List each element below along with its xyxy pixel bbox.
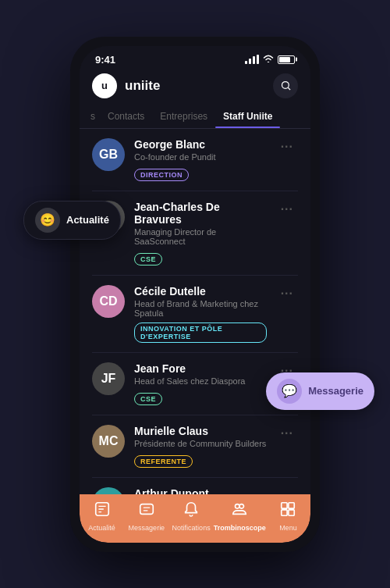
svg-point-7 (236, 504, 240, 508)
app-logo: u (92, 73, 117, 98)
battery-icon (278, 55, 295, 64)
list-item: CD Cécile Dutelle Head of Brand & Market… (80, 276, 310, 352)
list-item: GB George Blanc Co-founder de Pundit DIR… (80, 129, 310, 191)
contact-role: Managing Director de SaaSconnect (134, 227, 267, 246)
contacts-list: GB George Blanc Co-founder de Pundit DIR… (80, 129, 310, 494)
signal-icon (245, 55, 259, 64)
svg-rect-12 (289, 509, 294, 515)
nav-label-messagerie: Messagerie (129, 524, 165, 532)
contact-role: Co-founder de Pundit (134, 152, 267, 162)
avatar: CD (92, 285, 125, 318)
svg-point-8 (239, 504, 244, 508)
menu-icon (279, 501, 296, 522)
nav-item-trombinoscope[interactable]: Trombinoscope (214, 501, 266, 532)
contact-badge: REFERENTE (134, 455, 193, 468)
nav-item-messagerie[interactable]: Messagerie (124, 501, 168, 532)
status-time: 9:41 (95, 54, 115, 66)
actualite-tooltip-text: Actualité (66, 214, 109, 226)
trombinoscope-icon (231, 501, 248, 522)
phone-frame: 😊 Actualité 💬 Messagerie 9:41 (70, 37, 320, 552)
messagerie-tooltip-icon: 💬 (277, 379, 302, 404)
more-options-button[interactable]: ··· (276, 425, 298, 442)
actualite-tooltip-icon: 😊 (35, 208, 60, 233)
contact-info: Arthur Dupont (134, 487, 298, 494)
messagerie-icon (138, 501, 155, 522)
search-icon (280, 80, 292, 91)
more-options-button[interactable]: ··· (276, 138, 298, 155)
more-options-button[interactable]: ··· (276, 285, 298, 302)
contact-info: George Blanc Co-founder de Pundit DIRECT… (134, 138, 267, 187)
search-button[interactable] (273, 73, 298, 98)
contact-badge: DIRECTION (134, 169, 189, 181)
nav-item-notifications[interactable]: Notifications (169, 501, 214, 532)
contact-info: Jean Fore Head of Sales chez Diaspora CS… (134, 362, 267, 412)
messagerie-tooltip-text: Messagerie (308, 385, 363, 397)
svg-point-0 (282, 82, 289, 89)
svg-rect-9 (282, 502, 287, 508)
contact-role: Head of Sales chez Diaspora (134, 376, 267, 386)
nav-label-menu: Menu (279, 524, 297, 532)
contact-badge: CSE (134, 393, 162, 405)
contact-info: Cécile Dutelle Head of Brand & Marketing… (134, 285, 267, 349)
list-item: MC Murielle Claus Présidente de Communit… (80, 415, 310, 477)
more-options-button[interactable]: ··· (276, 201, 298, 218)
app-header: u uniite (80, 69, 310, 105)
contact-info: Jean-Charles De Bravures Managing Direct… (134, 201, 267, 272)
status-bar: 9:41 (80, 46, 310, 69)
status-icons (245, 55, 295, 65)
contact-name: Murielle Claus (134, 425, 267, 437)
avatar: AD (92, 487, 125, 494)
actualite-icon (94, 501, 111, 522)
contact-name: Jean-Charles De Bravures (134, 201, 267, 226)
notifications-icon (183, 501, 200, 522)
contact-name: Jean Fore (134, 362, 267, 375)
tooltip-actualite[interactable]: 😊 Actualité (23, 201, 121, 240)
avatar: JF (92, 362, 125, 395)
contact-badge: CSE (134, 253, 162, 265)
avatar: MC (92, 425, 125, 458)
list-item: AD Arthur Dupont (80, 478, 310, 494)
svg-rect-11 (282, 509, 287, 515)
tab-staff-uniite[interactable]: Staff Uniite (215, 105, 280, 128)
tab-contacts[interactable]: Contacts (100, 105, 152, 128)
tab-s[interactable]: s (86, 105, 100, 128)
contact-role: Head of Brand & Marketing chez Spatula (134, 299, 267, 318)
nav-label-notifications: Notifications (172, 524, 211, 532)
nav-label-actualite: Actualité (88, 524, 115, 532)
app-title: uniite (125, 78, 265, 94)
wifi-icon (263, 55, 274, 65)
nav-item-menu[interactable]: Menu (266, 501, 310, 532)
avatar: GB (92, 138, 125, 171)
contact-info: Murielle Claus Présidente de Community B… (134, 425, 267, 474)
contact-name: Cécile Dutelle (134, 285, 267, 298)
contact-role: Présidente de Community Builders (134, 439, 267, 448)
tabs-bar: s Contacts Entreprises Staff Uniite (80, 105, 310, 129)
tooltip-messagerie[interactable]: 💬 Messagerie (266, 372, 374, 410)
contact-name: Arthur Dupont (134, 487, 298, 494)
nav-item-actualite[interactable]: Actualité (80, 501, 124, 532)
svg-line-1 (288, 87, 290, 90)
nav-label-trombinoscope: Trombinoscope (214, 524, 266, 532)
tab-entreprises[interactable]: Entreprises (152, 105, 215, 128)
contact-badge: INNOVATION ET PÔLE D'EXPERTISE (134, 323, 267, 343)
svg-rect-10 (289, 502, 294, 508)
phone-screen: 9:41 (80, 46, 310, 543)
svg-rect-6 (140, 504, 154, 514)
contact-name: George Blanc (134, 138, 267, 151)
bottom-navigation: Actualité Messagerie N (80, 494, 310, 543)
